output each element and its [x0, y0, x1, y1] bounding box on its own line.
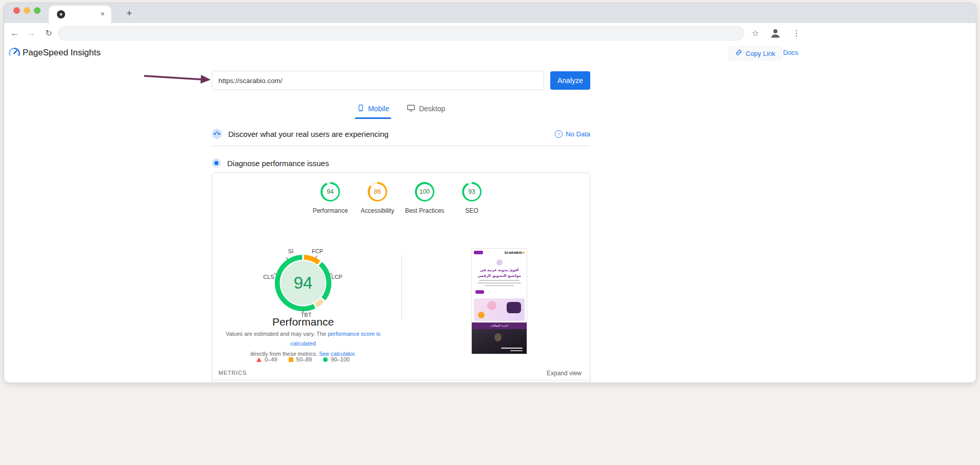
back-button[interactable]: ← [8, 27, 22, 40]
discover-heading: Discover what your real users are experi… [228, 130, 389, 138]
score-label: Best Practices [405, 207, 445, 214]
poor-range-icon [256, 357, 262, 362]
thumb-site-logo: SCARABIO [504, 251, 525, 254]
tab-desktop-label: Desktop [419, 105, 445, 113]
legend-range: 90–100 [331, 356, 350, 362]
expand-view-toggle[interactable]: Expand view [547, 370, 582, 377]
url-input[interactable] [212, 71, 544, 90]
report-card: 94 Performance 86 Accessibility [212, 172, 590, 382]
legend-item-poor: 0–49 [256, 356, 277, 362]
forward-button[interactable]: → [25, 27, 38, 40]
page-title: PageSpeed Insights [23, 48, 101, 58]
thumb-illustration [474, 298, 525, 321]
metric-label-lcp: LCP [331, 274, 342, 280]
bookmark-star-icon[interactable]: ☆ [749, 27, 762, 40]
thumb-heading: أقوى مدونة عربية في مواضيع التسويق الرقم… [474, 268, 524, 278]
gauge-title: Performance [272, 316, 334, 328]
score-ring-inner: 94 [323, 184, 338, 200]
score-ring-inner: 86 [370, 184, 386, 200]
thumb-menu-button [474, 251, 483, 254]
tab-mobile[interactable]: Mobile [356, 103, 390, 119]
score-label: SEO [465, 207, 478, 214]
category-score-performance[interactable]: 94 Performance [307, 182, 354, 214]
browser-tab[interactable]: × [49, 6, 111, 23]
tab-mobile-label: Mobile [368, 105, 389, 113]
mobile-phone-icon [357, 104, 365, 114]
category-scores: 94 Performance 86 Accessibility [212, 182, 590, 214]
tab-strip: × + [4, 3, 976, 23]
score-ring-inner: 100 [417, 184, 433, 200]
pagespeed-logo-icon [8, 47, 21, 59]
app-header: PageSpeed Insights Copy Link Docs [4, 44, 976, 63]
category-score-accessibility[interactable]: 86 Accessibility [354, 182, 401, 214]
thumb-avatar-icon [496, 259, 503, 266]
screenshot-background: × + ← → ↻ ☆ ⋮ PageSpeed [0, 0, 980, 465]
metrics-divider [212, 380, 590, 380]
desktop-monitor-icon [407, 104, 415, 114]
see-calculator-link[interactable]: See calculator [319, 351, 354, 357]
browser-window: × + ← → ↻ ☆ ⋮ PageSpeed [4, 3, 976, 382]
legend-item-good: 90–100 [323, 356, 350, 362]
score-ring: 100 [415, 182, 434, 201]
good-range-icon [323, 357, 328, 362]
tab-favicon-icon [57, 10, 65, 18]
gauge-score: 94 [294, 273, 313, 293]
score-ring: 93 [462, 182, 482, 201]
score-ring: 94 [321, 182, 340, 201]
lab-data-section: Diagnose performance issues [212, 155, 590, 171]
device-tabs: Mobile Desktop [212, 103, 590, 119]
thumb-header: SCARABIO [472, 249, 527, 256]
thumb-paragraph-lines [474, 280, 524, 286]
docs-link[interactable]: Docs [783, 49, 798, 56]
site-screenshot-thumbnail: SCARABIO أقوى مدونة عربية في مواضيع التس… [471, 248, 527, 354]
disclaimer-lead: Values are estimated and may vary. The [226, 331, 328, 337]
no-data-label: No Data [566, 130, 590, 138]
browser-toolbar: ← → ↻ ☆ ⋮ [4, 23, 976, 44]
address-bar[interactable] [57, 26, 745, 41]
minimize-window-button[interactable] [24, 7, 30, 14]
metrics-section-label: METRICS [218, 370, 247, 376]
metric-label-cls: CLS [263, 274, 274, 280]
vertical-divider [401, 255, 402, 320]
disclaimer-line2: directly from these metrics. [250, 351, 319, 357]
score-ring: 86 [368, 182, 387, 201]
zoom-window-button[interactable] [34, 7, 41, 14]
field-data-section: Discover what your real users are experi… [212, 125, 590, 143]
score-legend: 0–49 50–89 90–100 [216, 356, 390, 362]
profile-avatar-icon[interactable] [769, 27, 782, 39]
legend-item-average: 50–89 [289, 356, 312, 362]
page-content: Analyze Mobile [4, 62, 976, 382]
lab-data-icon [212, 158, 221, 168]
analyze-button[interactable]: Analyze [550, 71, 590, 90]
thumb-hero: أقوى مدونة عربية في مواضيع التسويق الرقم… [472, 256, 527, 297]
copy-link-label: Copy Link [746, 50, 775, 57]
thumb-cta-button [475, 290, 484, 294]
category-score-best-practices[interactable]: 100 Best Practices [401, 182, 448, 214]
diagnose-heading: Diagnose performance issues [227, 159, 329, 168]
content-column: Analyze Mobile [212, 62, 590, 382]
category-score-seo[interactable]: 93 SEO [448, 182, 495, 214]
score-label: Performance [313, 207, 348, 214]
metric-label-fcp: FCP [312, 248, 323, 254]
score-ring-inner: 93 [464, 184, 480, 200]
section-divider [212, 146, 590, 146]
field-data-icon [212, 129, 222, 139]
copy-link-button[interactable]: Copy Link [728, 46, 782, 60]
score-label: Accessibility [361, 207, 394, 214]
link-icon [735, 49, 743, 58]
metric-label-si: SI [288, 248, 293, 254]
new-tab-button[interactable]: + [123, 7, 136, 20]
no-data-indicator[interactable]: i No Data [555, 130, 590, 138]
tab-desktop[interactable]: Desktop [406, 103, 446, 119]
average-range-icon [289, 357, 293, 362]
thumb-article-photo [472, 329, 527, 354]
info-icon: i [555, 130, 563, 138]
close-window-button[interactable] [13, 7, 20, 14]
browser-menu-icon[interactable]: ⋮ [790, 27, 803, 40]
legend-range: 0–49 [265, 356, 277, 362]
legend-range: 50–89 [296, 356, 312, 362]
disclaimer-period: . [354, 351, 356, 357]
active-tab-underline [355, 117, 391, 119]
reload-button[interactable]: ↻ [42, 27, 55, 40]
tab-close-icon[interactable]: × [98, 9, 107, 18]
